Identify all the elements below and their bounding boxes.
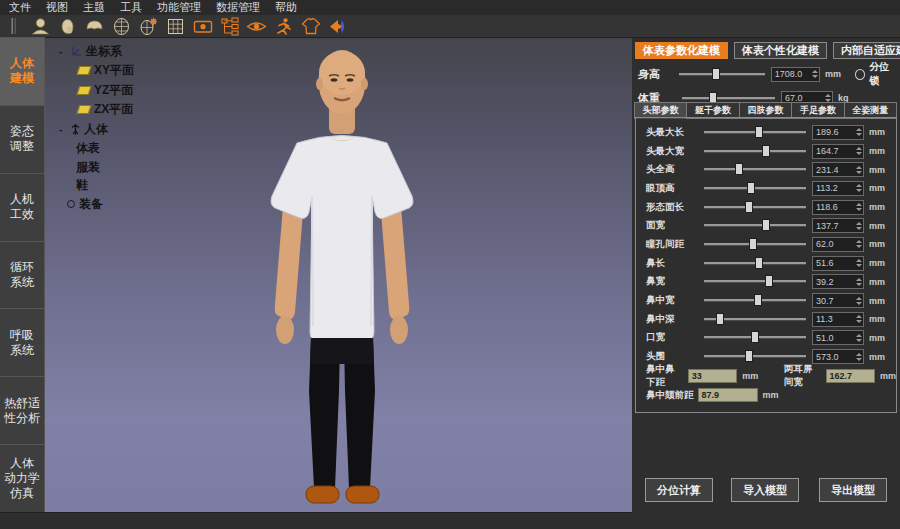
param-value-input[interactable]: 51.0 xyxy=(812,330,864,345)
spinner[interactable] xyxy=(856,313,862,326)
spinner[interactable] xyxy=(856,257,862,270)
sidebar-item-ergonomics[interactable]: 人机 工效 xyxy=(0,173,45,242)
motion-run-icon[interactable] xyxy=(273,16,294,36)
sidebar-item-respiratory-system[interactable]: 呼吸 系统 xyxy=(0,308,45,377)
human-model[interactable] xyxy=(227,46,457,508)
param-slider[interactable] xyxy=(704,238,806,251)
menu-function-management[interactable]: 功能管理 xyxy=(157,0,201,15)
bitragion-breadth-input[interactable]: 162.7 xyxy=(826,369,875,383)
slider-handle[interactable] xyxy=(755,126,763,138)
slider-handle[interactable] xyxy=(745,201,753,213)
param-slider[interactable] xyxy=(704,163,806,176)
hair-model-icon[interactable] xyxy=(84,16,105,36)
slider-handle[interactable] xyxy=(749,238,757,250)
sidebar-item-thermal-comfort[interactable]: 热舒适 性分析 xyxy=(0,376,45,445)
export-model-button[interactable]: 导出模型 xyxy=(819,478,887,502)
param-slider[interactable] xyxy=(704,219,806,232)
tree-item-zx-plane[interactable]: ZX平面 xyxy=(78,101,133,119)
param-value-input[interactable]: 137.7 xyxy=(812,218,864,233)
sidebar-item-circulatory-system[interactable]: 循环 系统 xyxy=(0,241,45,310)
spinner[interactable] xyxy=(856,163,862,176)
param-slider[interactable] xyxy=(704,126,806,139)
param-slider[interactable] xyxy=(704,275,806,288)
spinner[interactable] xyxy=(856,331,862,344)
param-slider[interactable] xyxy=(704,350,806,363)
param-value-input[interactable]: 118.6 xyxy=(812,200,864,215)
slider-handle[interactable] xyxy=(745,350,753,362)
slider-handle[interactable] xyxy=(765,275,773,287)
tree-item-human-body[interactable]: - 人体 xyxy=(59,120,108,138)
param-value-input[interactable]: 30.7 xyxy=(812,293,864,308)
spinner[interactable] xyxy=(856,350,862,363)
quantile-calc-button[interactable]: 分位计算 xyxy=(645,478,713,502)
slider-handle[interactable] xyxy=(747,182,755,194)
param-value-input[interactable]: 39.2 xyxy=(812,274,864,289)
stature-slider[interactable] xyxy=(679,68,765,81)
param-value-input[interactable]: 231.4 xyxy=(812,162,864,177)
undo-arrow-icon[interactable] xyxy=(327,16,348,36)
visibility-eye-icon[interactable] xyxy=(246,16,267,36)
menu-help[interactable]: 帮助 xyxy=(275,0,297,15)
param-slider[interactable] xyxy=(704,182,806,195)
menu-tools[interactable]: 工具 xyxy=(120,0,142,15)
spinner[interactable] xyxy=(856,275,862,288)
tree-item-clothing[interactable]: 服装 xyxy=(76,158,100,176)
mannequin-bust-icon[interactable] xyxy=(30,16,51,36)
menu-data-management[interactable]: 数据管理 xyxy=(216,0,260,15)
nose-subnasal-input[interactable]: 33 xyxy=(688,369,737,383)
param-slider[interactable] xyxy=(704,331,806,344)
param-value-input[interactable]: 573.0 xyxy=(812,349,864,364)
tree-expander[interactable]: - xyxy=(59,123,67,135)
sidebar-item-human-modeling[interactable]: 人体 建模 xyxy=(0,37,45,106)
tree-item-shoes[interactable]: 鞋 xyxy=(76,177,88,195)
import-model-button[interactable]: 导入模型 xyxy=(731,478,799,502)
slider-handle[interactable] xyxy=(762,219,770,231)
param-value-input[interactable]: 189.6 xyxy=(812,125,864,140)
slider-handle[interactable] xyxy=(755,257,763,269)
slider-handle[interactable] xyxy=(754,294,762,306)
tab-internal-adaptive-modeling[interactable]: 内部自适应建模 xyxy=(833,42,900,59)
spinner[interactable] xyxy=(856,219,862,232)
param-value-input[interactable]: 11.3 xyxy=(812,312,864,327)
menu-view[interactable]: 视图 xyxy=(46,0,68,15)
slider-handle[interactable] xyxy=(762,145,770,157)
nose-chin-input[interactable]: 87.9 xyxy=(698,388,758,402)
mesh-grid-icon[interactable] xyxy=(165,16,186,36)
spinner[interactable] xyxy=(856,145,862,158)
slider-handle[interactable] xyxy=(751,331,759,343)
tree-expander[interactable]: - xyxy=(59,45,67,57)
drag-handle[interactable] xyxy=(3,16,24,36)
tree-item-yz-plane[interactable]: YZ平面 xyxy=(78,81,133,99)
menu-theme[interactable]: 主题 xyxy=(83,0,105,15)
slider-handle[interactable] xyxy=(712,68,720,80)
spinner[interactable] xyxy=(856,294,862,307)
mesh-head-icon[interactable] xyxy=(111,16,132,36)
mesh-head-settings-icon[interactable] xyxy=(138,16,159,36)
model-tree-icon[interactable] xyxy=(219,16,240,36)
param-slider[interactable] xyxy=(704,257,806,270)
param-slider[interactable] xyxy=(704,201,806,214)
slider-handle[interactable] xyxy=(735,163,743,175)
spinner[interactable] xyxy=(856,238,862,251)
tree-item-body-surface[interactable]: 体表 xyxy=(76,140,100,158)
spinner[interactable] xyxy=(856,126,862,139)
sidebar-item-posture-adjust[interactable]: 姿态 调整 xyxy=(0,105,45,174)
param-slider[interactable] xyxy=(704,294,806,307)
param-slider[interactable] xyxy=(704,313,806,326)
param-value-input[interactable]: 62.0 xyxy=(812,237,864,252)
tab-surface-parametric-modeling[interactable]: 体表参数化建模 xyxy=(635,42,728,59)
3d-viewport[interactable]: - 坐标系 XY平面 YZ平面 ZX平面 - 人体 体表 xyxy=(45,38,632,513)
spinner[interactable] xyxy=(856,201,862,214)
head-model-icon[interactable] xyxy=(57,16,78,36)
param-value-input[interactable]: 51.6 xyxy=(812,256,864,271)
param-value-input[interactable]: 113.2 xyxy=(812,181,864,196)
tree-item-equipment[interactable]: 装备 xyxy=(67,195,103,213)
tree-item-coordinate-system[interactable]: - 坐标系 xyxy=(59,42,122,60)
sidebar-item-body-dynamics[interactable]: 人体 动力学 仿真 xyxy=(0,444,45,513)
stature-value-input[interactable]: 1708.0 xyxy=(771,67,820,82)
menu-file[interactable]: 文件 xyxy=(9,0,31,15)
spinner[interactable] xyxy=(856,182,862,195)
param-slider[interactable] xyxy=(704,145,806,158)
param-value-input[interactable]: 164.7 xyxy=(812,144,864,159)
spinner[interactable] xyxy=(812,68,818,81)
